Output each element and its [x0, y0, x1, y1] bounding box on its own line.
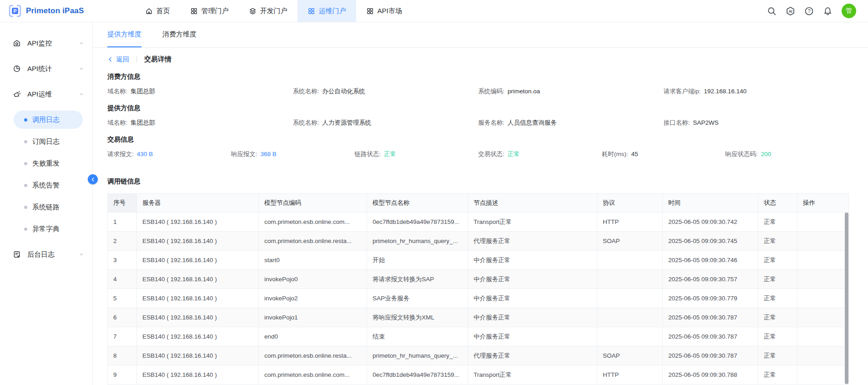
callchain-table-wrap: 序号服务器模型节点编码模型节点名称节点描述协议时间状态操作 1ESB140 ( …	[107, 193, 849, 385]
table-row: 1ESB140 ( 192.168.16.140 )com.primeton.e…	[108, 213, 849, 232]
sidebar-subitem-system-alarm[interactable]: 系统告警	[14, 176, 83, 194]
cell-time: 2025-06-05 09:09:30.745	[663, 232, 758, 251]
field-value: 人员信息查询服务	[508, 119, 557, 126]
cell-node_desc: 中介服务正常	[468, 270, 597, 289]
tab-consumer-dimension[interactable]: 消费方维度	[162, 22, 197, 47]
cell-server: ESB140 ( 192.168.16.140 )	[137, 213, 259, 232]
cell-node_name: 结束	[367, 327, 468, 346]
sidebar-item-label: API监控	[27, 39, 72, 48]
nav-item-home[interactable]: 首页	[135, 0, 180, 22]
table-row: 7ESB140 ( 192.168.16.140 )end0结束中介服务正常20…	[108, 327, 849, 346]
section-fields: 域名称:集团总部系统名称:办公自动化系统系统编码:primeton.oa请求客户…	[107, 87, 849, 96]
field-item: 链路状态:正常	[354, 150, 478, 158]
field-label: 耗时(ms):	[602, 151, 628, 157]
cell-action	[797, 308, 849, 327]
notifications-button[interactable]	[823, 6, 833, 16]
cell-protocol	[597, 251, 663, 270]
field-item: 系统名称:人力资源管理系统	[293, 119, 479, 127]
field-label: 系统编码:	[478, 88, 505, 95]
app-root: P Primeton iPaaS 首页管理门户开发门户运维门户API市场 AI?…	[0, 0, 868, 385]
table-row: 5ESB140 ( 192.168.16.140 )invokePojo2SAP…	[108, 289, 849, 308]
cell-node_name: 开始	[367, 251, 468, 270]
field-value: 人力资源管理系统	[322, 119, 371, 126]
cell-no: 2	[108, 232, 137, 251]
sidebar-item-label: API运维	[27, 90, 72, 99]
cell-status: 正常	[758, 308, 797, 327]
sidebar-item-api-stats[interactable]: API统计	[0, 56, 92, 81]
cell-node_name: 将响应报文转换为XML	[367, 308, 468, 327]
cell-status: 正常	[758, 289, 797, 308]
cell-protocol	[597, 327, 663, 346]
top-nav: 首页管理门户开发门户运维门户API市场	[135, 0, 412, 22]
field-value[interactable]: 368 B	[260, 151, 276, 157]
cell-no: 6	[108, 308, 137, 327]
sidebar-collapse-button[interactable]	[88, 174, 98, 184]
body-row: API监控API统计API运维调用日志订阅日志失败重发系统告警系统链路异常字典后…	[0, 22, 868, 385]
bullet-dot-icon	[24, 228, 27, 231]
sidebar-item-label: API统计	[27, 65, 72, 73]
cell-server: ESB140 ( 192.168.16.140 )	[137, 232, 259, 251]
sidebar-item-api-monitor[interactable]: API监控	[0, 30, 92, 56]
sidebar-subitem-exception-dict[interactable]: 异常字典	[14, 220, 83, 238]
back-button[interactable]: 返回	[107, 55, 129, 64]
tab-provider-dimension[interactable]: 提供方维度	[107, 22, 141, 47]
nav-item-api-market[interactable]: API市场	[356, 0, 412, 22]
sidebar-subitem-call-log[interactable]: 调用日志	[14, 111, 83, 129]
field-label: 交易状态:	[478, 151, 505, 157]
main-area: 提供方维度消费方维度 返回 交易详情 消费方信息域名称:集团总部系统名称:办公自…	[93, 22, 868, 385]
column-header: 模型节点编码	[259, 194, 367, 213]
cell-no: 1	[108, 213, 137, 232]
cell-protocol	[597, 270, 663, 289]
nav-item-admin-portal[interactable]: 管理门户	[180, 0, 239, 22]
cell-node_desc: 代理服务正常	[468, 232, 597, 251]
field-value: 200	[761, 151, 772, 157]
bell-icon	[823, 6, 833, 16]
ai-assistant-button[interactable]: AI	[786, 6, 795, 16]
field-item: 系统名称:办公自动化系统	[293, 87, 479, 96]
sidebar-item-backend-log[interactable]: 后台日志	[0, 242, 92, 267]
field-value: SAP2WS	[693, 119, 718, 126]
cell-node_code: com.primeton.esb.online.com...	[259, 365, 367, 385]
cell-node_desc: Transport正常	[468, 213, 597, 232]
sidebar-subitem-fail-resend[interactable]: 失败重发	[14, 154, 83, 172]
cell-protocol: SOAP	[597, 232, 663, 251]
column-header: 操作	[797, 194, 849, 213]
nav-item-dev-portal[interactable]: 开发门户	[239, 0, 298, 22]
ai-icon: AI	[786, 6, 795, 16]
field-value[interactable]: 430 B	[137, 151, 153, 157]
cell-time: 2025-06-05 09:09:30.787	[663, 346, 758, 365]
cell-node_desc: 中介服务正常	[468, 327, 597, 346]
sidebar-subitem-subscribe-log[interactable]: 订阅日志	[14, 132, 83, 151]
back-label: 返回	[116, 55, 129, 64]
field-label: 请求客户端ip:	[664, 88, 701, 95]
field-label: 接口名称:	[664, 119, 690, 126]
grid-icon	[190, 7, 198, 15]
help-button[interactable]: ?	[804, 6, 814, 16]
chevron-down-icon	[79, 252, 84, 257]
section-title: 交易信息	[107, 135, 849, 143]
app-logo[interactable]: P Primeton iPaaS	[0, 4, 84, 18]
toolbar: 返回 交易详情	[107, 54, 849, 64]
column-header: 状态	[758, 194, 797, 213]
cell-status: 正常	[758, 327, 797, 346]
cell-time: 2025-06-05 09:09:30.779	[663, 289, 758, 308]
content-panel: 返回 交易详情 消费方信息域名称:集团总部系统名称:办公自动化系统系统编码:pr…	[93, 48, 868, 385]
field-item: 交易状态:正常	[478, 150, 602, 158]
nav-item-ops-portal[interactable]: 运维门户	[298, 0, 356, 22]
sidebar: API监控API统计API运维调用日志订阅日志失败重发系统告警系统链路异常字典后…	[0, 22, 93, 385]
column-header: 服务器	[137, 194, 259, 213]
cell-time: 2025-06-05 09:09:30.746	[663, 251, 758, 270]
sidebar-item-api-ops[interactable]: API运维	[0, 81, 92, 107]
app-title: Primeton iPaaS	[26, 6, 84, 15]
field-label: 域名称:	[107, 88, 127, 95]
search-button[interactable]	[767, 6, 777, 16]
sidebar-subitem-label: 异常字典	[32, 225, 60, 233]
home-icon	[145, 7, 153, 15]
field-item: 请求客户端ip:192.168.16.140	[664, 87, 849, 96]
user-avatar[interactable]: 管	[842, 4, 856, 18]
sidebar-subitem-system-link[interactable]: 系统链路	[14, 198, 83, 216]
cell-status: 正常	[758, 213, 797, 232]
chevron-down-icon	[79, 41, 84, 46]
table-scrollbar-thumb[interactable]	[845, 213, 848, 384]
cell-protocol: SOAP	[597, 346, 663, 365]
